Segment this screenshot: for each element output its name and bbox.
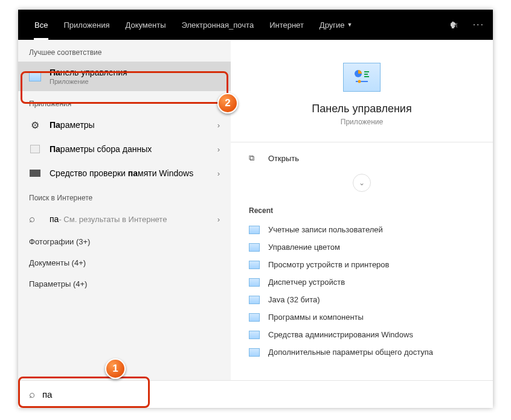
expand-button[interactable]: ⌄: [353, 174, 371, 192]
panel-item-icon: [249, 296, 260, 304]
recent-item[interactable]: Управление цветом: [231, 238, 493, 256]
search-icon: [29, 389, 35, 401]
recent-item[interactable]: Средства администрирования Windows: [231, 326, 493, 343]
tab-email[interactable]: Электронная_почта: [173, 10, 262, 40]
svg-rect-2: [364, 74, 368, 75]
svg-rect-3: [364, 76, 369, 77]
search-input[interactable]: [42, 389, 482, 399]
chevron-right-icon: ›: [217, 145, 220, 154]
chevron-down-icon: ▼: [347, 22, 352, 28]
best-match-title: Панель управления: [50, 68, 220, 77]
tab-more[interactable]: Другие▼: [312, 10, 361, 40]
panel-item-icon: [249, 278, 260, 287]
recent-item[interactable]: Учетные записи пользователей: [231, 221, 493, 238]
preview-title: Панель управления: [231, 103, 493, 115]
open-icon: ⧉: [249, 153, 260, 163]
best-match-header: Лучшее соответствие: [18, 40, 231, 62]
search-bar[interactable]: [18, 380, 493, 408]
panel-item-icon: [249, 313, 260, 322]
search-window: Все Приложения Документы Электронная_поч…: [18, 10, 493, 408]
panel-item-icon: [249, 243, 260, 252]
tab-all[interactable]: Все: [27, 10, 56, 40]
panel-item-icon: [249, 331, 260, 339]
preview-kind: Приложение: [231, 118, 493, 126]
svg-point-5: [358, 80, 361, 83]
category-documents[interactable]: Документы (4+): [18, 252, 231, 273]
tab-internet[interactable]: Интернет: [262, 10, 312, 40]
control-panel-large-icon: [343, 63, 381, 92]
recent-header: Recent: [231, 200, 493, 221]
app-result-memory-check[interactable]: Средство проверки памяти Windows ›: [18, 161, 231, 185]
apps-header: Приложения: [18, 91, 231, 113]
web-search-header: Поиск в Интернете: [18, 185, 231, 207]
recent-item[interactable]: Java (32 бита): [231, 291, 493, 308]
best-match-result[interactable]: Панель управления Приложение: [18, 62, 231, 91]
category-photos[interactable]: Фотографии (3+): [18, 231, 231, 252]
chip-icon: [29, 167, 41, 179]
search-icon: [29, 213, 41, 225]
panel-item-icon: [249, 226, 260, 234]
chevron-right-icon: ›: [217, 215, 220, 224]
app-result-settings[interactable]: ⚙ Параметры ›: [18, 113, 231, 137]
category-settings[interactable]: Параметры (4+): [18, 273, 231, 294]
chevron-right-icon: ›: [217, 169, 220, 178]
panel-item-icon: [249, 261, 260, 269]
feedback-icon[interactable]: 🗣: [449, 20, 458, 30]
open-action[interactable]: ⧉ Открыть: [231, 142, 493, 174]
app-result-data-collection[interactable]: Параметры сбора данных ›: [18, 137, 231, 161]
more-options-icon[interactable]: ···: [473, 19, 484, 30]
results-panel: Лучшее соответствие Панель управления Пр…: [18, 40, 231, 380]
recent-item[interactable]: Дополнительные параметры общего доступа: [231, 343, 493, 361]
document-icon: [29, 143, 41, 155]
recent-item[interactable]: Диспетчер устройств: [231, 273, 493, 291]
svg-rect-1: [364, 71, 369, 72]
gear-icon: ⚙: [29, 119, 41, 131]
recent-item[interactable]: Просмотр устройств и принтеров: [231, 256, 493, 273]
tab-documents[interactable]: Документы: [117, 10, 173, 40]
preview-panel: Панель управления Приложение ⧉ Открыть ⌄…: [231, 40, 493, 380]
control-panel-icon: [29, 71, 41, 83]
web-search-result[interactable]: па - См. результаты в Интернете ›: [18, 207, 231, 231]
tab-apps[interactable]: Приложения: [56, 10, 117, 40]
best-match-subtitle: Приложение: [50, 78, 220, 85]
panel-item-icon: [249, 348, 260, 357]
chevron-right-icon: ›: [217, 121, 220, 130]
svg-rect-4: [356, 81, 368, 82]
expand-row: ⌄: [231, 174, 493, 200]
tabs-bar: Все Приложения Документы Электронная_поч…: [18, 10, 493, 40]
recent-item[interactable]: Программы и компоненты: [231, 308, 493, 326]
